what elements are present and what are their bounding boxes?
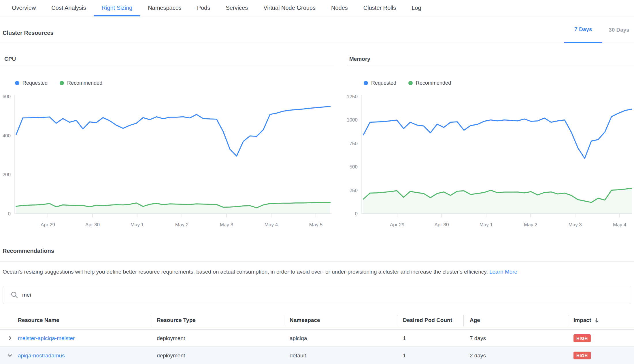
resource-search-box[interactable]: [3, 286, 631, 304]
recommendations-divider: [0, 261, 634, 262]
svg-text:May 3: May 3: [220, 222, 233, 227]
svg-text:Apr 30: Apr 30: [434, 222, 449, 227]
tab-right-sizing-label: Right Sizing: [101, 5, 132, 11]
column-header-namespace[interactable]: Namespace: [290, 312, 320, 329]
tab-virtual-node-groups[interactable]: Virtual Node Groups: [256, 0, 323, 16]
table-row: apiqa-nostradamus deployment default 1 2…: [0, 347, 634, 364]
recommended-legend-dot-icon: [60, 81, 64, 85]
tab-services[interactable]: Services: [218, 0, 256, 16]
memory-legend-requested-label: Requested: [371, 80, 396, 86]
recommendations-description-text: Ocean's resizing suggestions will help y…: [3, 269, 488, 275]
tab-namespaces[interactable]: Namespaces: [140, 0, 189, 16]
memory-chart-canvas: 025050075010001250Apr 29Apr 30May 1May 2…: [347, 89, 634, 228]
learn-more-link[interactable]: Learn More: [489, 269, 517, 275]
requested-legend-dot-icon: [364, 81, 368, 85]
requested-legend-dot-icon: [15, 81, 19, 85]
svg-text:Apr 29: Apr 29: [41, 222, 55, 227]
sort-descending-arrow-icon: [594, 318, 599, 323]
tab-pods[interactable]: Pods: [189, 0, 218, 16]
desired-pod-count-cell: 1: [403, 347, 406, 364]
tab-log-label: Log: [412, 5, 421, 11]
column-divider: [463, 315, 464, 326]
svg-text:1250: 1250: [347, 94, 358, 99]
impact-cell: HIGH: [573, 347, 591, 364]
tab-cost-analysis[interactable]: Cost Analysis: [44, 0, 94, 16]
svg-text:May 2: May 2: [524, 222, 537, 227]
column-divider: [284, 315, 284, 326]
recommendations-title: Recommendations: [3, 248, 54, 254]
column-divider: [398, 315, 398, 326]
svg-text:0: 0: [355, 211, 358, 217]
memory-legend-recommended[interactable]: Recommended: [408, 80, 451, 86]
table-header: Resource Name Resource Type Namespace De…: [0, 312, 634, 330]
resource-type-cell: deployment: [157, 330, 185, 346]
tab-services-label: Services: [226, 5, 248, 11]
svg-text:May 5: May 5: [309, 222, 322, 227]
column-header-desired-pod-count[interactable]: Desired Pod Count: [403, 312, 452, 329]
column-header-resource-name[interactable]: Resource Name: [18, 312, 59, 329]
age-cell: 7 days: [470, 330, 486, 346]
column-divider: [151, 315, 151, 326]
resource-type-cell: deployment: [157, 347, 185, 364]
page-title: Cluster Resources: [3, 30, 54, 36]
memory-chart-title: Memory: [349, 56, 370, 62]
cpu-legend-requested[interactable]: Requested: [15, 80, 48, 86]
tab-cost-analysis-label: Cost Analysis: [51, 5, 86, 11]
namespace-cell: apiciqa: [290, 330, 307, 346]
svg-text:200: 200: [3, 172, 11, 177]
table-row: meister-apiciqa-meister deployment apici…: [0, 330, 634, 347]
recommended-legend-dot-icon: [408, 81, 413, 85]
tab-right-sizing[interactable]: Right Sizing: [94, 0, 140, 16]
memory-legend-recommended-label: Recommended: [416, 80, 451, 86]
tab-overview-label: Overview: [12, 5, 36, 11]
svg-text:0: 0: [8, 211, 11, 217]
memory-legend-requested[interactable]: Requested: [364, 80, 396, 86]
tab-nodes[interactable]: Nodes: [323, 0, 356, 16]
column-header-age[interactable]: Age: [470, 312, 480, 329]
tab-namespaces-label: Namespaces: [148, 5, 182, 11]
svg-text:400: 400: [3, 133, 11, 139]
expand-chevron-right-icon[interactable]: [7, 330, 12, 346]
svg-text:Apr 30: Apr 30: [85, 222, 100, 227]
svg-text:May 1: May 1: [131, 222, 144, 227]
cpu-legend-requested-label: Requested: [22, 80, 48, 86]
svg-text:May 1: May 1: [480, 222, 493, 227]
recommendations-description: Ocean's resizing suggestions will help y…: [3, 268, 632, 276]
tab-cluster-rolls[interactable]: Cluster Rolls: [356, 0, 404, 16]
column-divider: [568, 315, 568, 326]
tab-nodes-label: Nodes: [331, 5, 348, 11]
age-cell: 2 days: [470, 347, 486, 364]
cpu-legend: Requested Recommended: [15, 80, 102, 86]
svg-text:May 2: May 2: [175, 222, 188, 227]
tab-overview[interactable]: Overview: [4, 0, 44, 16]
column-header-impact[interactable]: Impact: [573, 312, 599, 329]
resource-name-link[interactable]: apiqa-nostradamus: [18, 347, 65, 364]
memory-legend: Requested Recommended: [364, 80, 451, 86]
tab-log[interactable]: Log: [404, 0, 429, 16]
svg-text:750: 750: [350, 141, 358, 146]
column-header-impact-label: Impact: [573, 317, 591, 323]
cpu-title-divider: [0, 66, 334, 66]
range-tab-30-days[interactable]: 30 Days: [604, 16, 634, 43]
top-tab-bar: Overview Cost Analysis Right Sizing Name…: [0, 0, 634, 16]
svg-text:600: 600: [3, 94, 11, 99]
tab-pods-label: Pods: [197, 5, 210, 11]
memory-title-divider: [347, 66, 634, 66]
cluster-resources-header: Cluster Resources 7 Days 30 Days: [0, 16, 634, 43]
svg-text:500: 500: [350, 164, 358, 170]
resource-search-input[interactable]: [22, 292, 570, 298]
cpu-legend-recommended[interactable]: Recommended: [60, 80, 102, 86]
impact-high-badge: HIGH: [573, 352, 591, 359]
tab-virtual-node-groups-label: Virtual Node Groups: [263, 5, 316, 11]
range-tab-7-days[interactable]: 7 Days: [564, 16, 602, 43]
namespace-cell: default: [290, 347, 306, 364]
svg-text:May 4: May 4: [613, 222, 626, 227]
cpu-chart-title: CPU: [4, 56, 16, 62]
cpu-chart-canvas: 0200400600Apr 29Apr 30May 1May 2May 3May…: [0, 89, 334, 228]
svg-text:1000: 1000: [347, 117, 358, 123]
resource-name-link[interactable]: meister-apiciqa-meister: [18, 330, 75, 346]
collapse-chevron-down-icon[interactable]: [7, 347, 12, 364]
column-header-resource-type[interactable]: Resource Type: [157, 312, 196, 329]
svg-text:Apr 29: Apr 29: [390, 222, 404, 227]
svg-text:May 4: May 4: [265, 222, 278, 227]
